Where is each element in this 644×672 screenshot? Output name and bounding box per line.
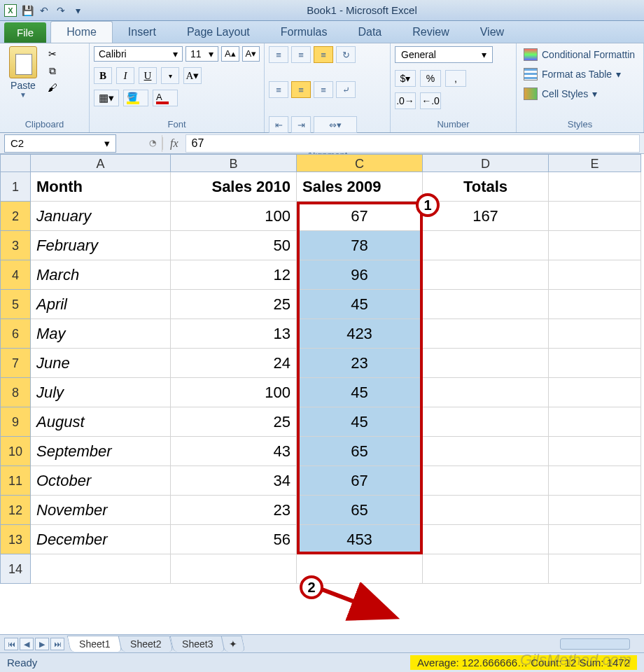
sheet-tab-3[interactable]: Sheet3: [169, 636, 225, 652]
cell[interactable]: [549, 349, 641, 378]
format-painter-icon[interactable]: 🖌: [45, 81, 60, 94]
copy-icon[interactable]: ⧉: [45, 64, 60, 77]
align-top-button[interactable]: ≡: [269, 46, 288, 63]
tab-insert[interactable]: Insert: [113, 22, 172, 43]
file-tab[interactable]: File: [4, 22, 46, 43]
font-color-button[interactable]: A: [153, 90, 178, 106]
paste-dropdown-icon[interactable]: ▼: [20, 91, 27, 99]
cell[interactable]: 23: [171, 496, 297, 525]
cell[interactable]: November: [31, 496, 171, 525]
cell[interactable]: 45: [297, 378, 423, 407]
save-icon[interactable]: 💾: [21, 4, 34, 17]
cell[interactable]: 13: [171, 319, 297, 349]
tab-formulas[interactable]: Formulas: [265, 22, 343, 43]
sheet-tab-2[interactable]: Sheet2: [118, 636, 174, 652]
row-header[interactable]: 8: [0, 378, 31, 407]
cell[interactable]: 67: [297, 466, 423, 496]
increase-decimal-button[interactable]: .0→: [395, 92, 416, 109]
cell[interactable]: [549, 378, 641, 407]
cell[interactable]: [549, 319, 641, 349]
cell[interactable]: March: [31, 260, 171, 290]
cell[interactable]: 24: [171, 349, 297, 378]
cell[interactable]: 100: [171, 378, 297, 407]
cell[interactable]: [549, 260, 641, 290]
fill-color-button[interactable]: 🪣: [123, 90, 148, 106]
cell[interactable]: 25: [171, 407, 297, 437]
font-size-combo[interactable]: 11▾: [186, 46, 218, 62]
shrink-font-button[interactable]: A▾: [242, 46, 260, 62]
cell[interactable]: [423, 319, 549, 349]
cell[interactable]: February: [31, 231, 171, 260]
cell[interactable]: [171, 554, 297, 584]
cell[interactable]: [423, 407, 549, 437]
tab-data[interactable]: Data: [342, 22, 397, 43]
font-effects-button[interactable]: A▾: [183, 67, 202, 84]
cell[interactable]: [423, 349, 549, 378]
row-header[interactable]: 9: [0, 407, 31, 437]
column-header-a[interactable]: A: [31, 154, 171, 172]
cell[interactable]: [423, 290, 549, 319]
tab-review[interactable]: Review: [397, 22, 464, 43]
tab-home[interactable]: Home: [50, 21, 113, 43]
cell[interactable]: [549, 437, 641, 466]
cell[interactable]: 45: [297, 290, 423, 319]
row-header[interactable]: 2: [0, 202, 31, 231]
cell[interactable]: [549, 202, 641, 231]
increase-indent-button[interactable]: ⇥: [291, 116, 311, 133]
tab-view[interactable]: View: [465, 22, 519, 43]
cell[interactable]: [549, 554, 641, 584]
cell[interactable]: April: [31, 290, 171, 319]
row-header[interactable]: 10: [0, 437, 31, 466]
align-center-button[interactable]: ≡: [291, 81, 311, 98]
row-header[interactable]: 1: [0, 172, 31, 202]
row-header[interactable]: 14: [0, 554, 31, 584]
column-header-b[interactable]: B: [171, 154, 297, 172]
column-header-d[interactable]: D: [423, 154, 549, 172]
sheet-nav-next[interactable]: ▶: [35, 638, 49, 650]
cell[interactable]: Totals: [423, 172, 549, 202]
cell[interactable]: 25: [171, 290, 297, 319]
comma-button[interactable]: ,: [445, 70, 466, 87]
cell[interactable]: [423, 378, 549, 407]
cell[interactable]: December: [31, 525, 171, 554]
cell[interactable]: Month: [31, 172, 171, 202]
decrease-decimal-button[interactable]: ←.0: [420, 92, 441, 109]
cell-styles-button[interactable]: Cell Styles ▾: [521, 85, 600, 102]
cell[interactable]: 167: [423, 202, 549, 231]
column-header-c[interactable]: C: [297, 154, 423, 172]
cell[interactable]: 423: [297, 319, 423, 349]
cell[interactable]: May: [31, 319, 171, 349]
cell[interactable]: 78: [297, 231, 423, 260]
cell[interactable]: [423, 231, 549, 260]
row-header[interactable]: 3: [0, 231, 31, 260]
cell[interactable]: [31, 554, 171, 584]
align-middle-button[interactable]: ≡: [291, 46, 311, 63]
borders-button[interactable]: ▦▾: [94, 90, 119, 106]
cell[interactable]: [423, 554, 549, 584]
cell[interactable]: 56: [171, 525, 297, 554]
cell[interactable]: 67: [297, 202, 423, 231]
column-header-e[interactable]: E: [549, 154, 641, 172]
percent-button[interactable]: %: [420, 70, 441, 87]
cell[interactable]: 65: [297, 496, 423, 525]
row-header[interactable]: 5: [0, 290, 31, 319]
align-right-button[interactable]: ≡: [314, 81, 333, 98]
cut-icon[interactable]: ✂: [45, 48, 60, 60]
cell[interactable]: 50: [171, 231, 297, 260]
sheet-nav-first[interactable]: ⏮: [4, 638, 18, 650]
cell[interactable]: [423, 496, 549, 525]
row-header[interactable]: 7: [0, 349, 31, 378]
formula-input[interactable]: 67: [186, 134, 640, 153]
cell[interactable]: 34: [171, 466, 297, 496]
cell[interactable]: 96: [297, 260, 423, 290]
cell[interactable]: [549, 407, 641, 437]
underline-button[interactable]: U: [139, 67, 157, 84]
wrap-text-button[interactable]: ⤶: [336, 81, 356, 98]
row-header[interactable]: 6: [0, 319, 31, 349]
cell[interactable]: 65: [297, 437, 423, 466]
font-name-combo[interactable]: Calibri▾: [94, 46, 183, 62]
align-left-button[interactable]: ≡: [269, 81, 288, 98]
cell[interactable]: September: [31, 437, 171, 466]
cell[interactable]: [549, 231, 641, 260]
select-all-corner[interactable]: [0, 154, 31, 172]
